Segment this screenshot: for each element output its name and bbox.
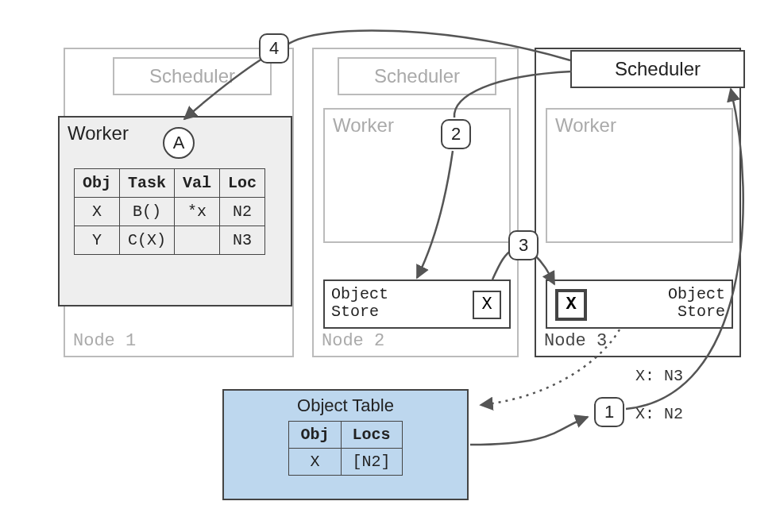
node-2-scheduler: Scheduler: [338, 57, 496, 95]
worker-label: Worker: [555, 114, 616, 137]
table-row: Y C(X) N3: [75, 226, 265, 255]
step-1: 1: [594, 397, 624, 427]
otbl-col-locs: Locs: [341, 422, 402, 449]
col-task: Task: [120, 169, 175, 198]
otbl-col-obj: Obj: [289, 422, 341, 449]
node-2-label: Node 2: [322, 331, 384, 351]
node-3-object-store: X Object Store: [546, 279, 733, 329]
node-3-scheduler: Scheduler: [570, 50, 745, 88]
object-store-label: Object Store: [668, 286, 725, 321]
annot-x-n3: X: N3: [635, 367, 683, 385]
object-store-label: Object Store: [331, 286, 388, 321]
table-row: X B() *x N2: [75, 198, 265, 226]
object-x-box-bold: X: [555, 289, 587, 321]
scheduler-label: Scheduler: [374, 65, 460, 87]
annot-x-n2: X: N2: [635, 405, 683, 423]
worker-a-label: Worker: [68, 122, 129, 145]
driver-marker: A: [163, 127, 195, 159]
node-3-label: Node 3: [544, 331, 607, 351]
node-2: Scheduler Worker Object Store X Node 2: [312, 48, 519, 357]
worker-label: Worker: [333, 114, 394, 137]
col-obj: Obj: [75, 169, 120, 198]
step-4: 4: [259, 33, 289, 64]
object-x-box: X: [473, 291, 501, 319]
col-loc: Loc: [220, 169, 265, 198]
table-row: X [N2]: [289, 449, 402, 476]
node-2-object-store: Object Store X: [323, 279, 511, 329]
node-1-label: Node 1: [73, 331, 136, 351]
diagram-stage: Scheduler Node 1 Worker A Obj Task Val L…: [0, 0, 776, 532]
scheduler-label: Scheduler: [615, 58, 701, 79]
col-val: Val: [175, 169, 220, 198]
step-2: 2: [441, 119, 471, 149]
node-3-worker: Worker: [546, 108, 733, 243]
object-table-grid: Obj Locs X [N2]: [288, 421, 402, 476]
step-3: 3: [508, 230, 539, 260]
object-table: Object Table Obj Locs X [N2]: [222, 389, 469, 500]
ownership-table: Obj Task Val Loc X B() *x N2 Y C(X) N3: [74, 168, 265, 255]
object-table-title: Object Table: [224, 395, 467, 416]
node-1-scheduler: Scheduler: [113, 57, 272, 95]
scheduler-label: Scheduler: [149, 65, 235, 87]
worker-a: Worker A Obj Task Val Loc X B() *x N2 Y …: [58, 116, 292, 306]
node-3: Worker X Object Store Node 3: [535, 48, 741, 357]
node-2-worker: Worker: [323, 108, 511, 243]
